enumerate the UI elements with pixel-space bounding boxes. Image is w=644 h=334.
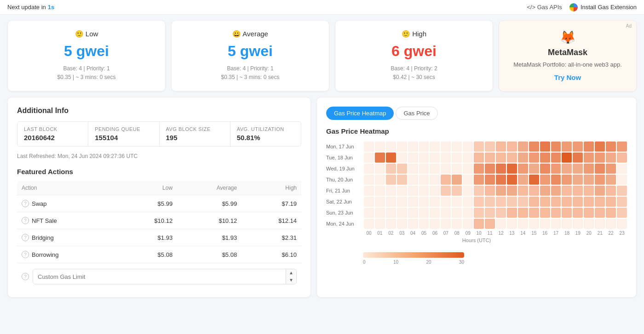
action-high: $12.14 [242, 212, 301, 229]
gas-card-avg-detail1: Base: 4 | Priority: 1 [179, 64, 322, 73]
heatmap-cell [408, 208, 418, 218]
heatmap-cell [584, 197, 594, 207]
heatmap-cell [562, 208, 572, 218]
heatmap-cell [551, 197, 561, 207]
stat-avg-utilization: AVG. UTILIZATION 50.81% [230, 122, 301, 146]
heatmap-cell [540, 164, 550, 174]
action-help-icon[interactable]: ? [22, 217, 29, 224]
heatmap-cell [485, 186, 495, 196]
custom-gas-input[interactable] [33, 270, 286, 284]
metamask-ad-card: Ad 🦊 MetaMask MetaMask Portfolio: all-in… [499, 20, 637, 91]
hours-title: Hours (UTC) [326, 238, 627, 243]
info-panel-title: Additional Info [17, 107, 301, 115]
stat-last-block-label: LAST BLOCK [24, 126, 81, 132]
action-name-cell: ? NFT Sale [17, 212, 117, 229]
heatmap-cell [518, 197, 528, 207]
hour-label: 07 [441, 231, 451, 236]
heatmap-cell [518, 153, 528, 163]
heatmap-cell [540, 219, 550, 229]
heatmap-cell [496, 219, 506, 229]
action-high: $7.19 [242, 195, 301, 212]
heatmap-cell [430, 197, 440, 207]
heatmap-title: Gas Price Heatmap [326, 127, 627, 135]
heatmap-cell [606, 186, 616, 196]
heatmap-cell [540, 142, 550, 152]
gas-apis-link[interactable]: </> Gas APIs [527, 4, 562, 11]
custom-gas-help-icon[interactable]: ? [22, 273, 29, 280]
heatmap-cell [408, 186, 418, 196]
gas-card-high-detail: Base: 4 | Priority: 2 $0.42 | ~ 30 secs [343, 64, 485, 82]
heatmap-cell [375, 142, 385, 152]
hour-label: 19 [573, 231, 583, 236]
action-help-icon[interactable]: ? [22, 251, 29, 258]
heatmap-cell [452, 197, 462, 207]
heatmap-cell [419, 186, 429, 196]
col-average: Average [177, 181, 242, 195]
action-help-icon[interactable]: ? [22, 234, 29, 241]
heatmap-cell [441, 164, 451, 174]
heatmap-cell [562, 219, 572, 229]
heatmap-cell [507, 164, 517, 174]
stat-pending-queue-value: 155104 [95, 134, 152, 142]
heatmap-cell [518, 208, 528, 218]
heatmap-cell [584, 153, 594, 163]
heatmap-cell [606, 142, 616, 152]
heatmap-cell [430, 175, 440, 185]
tab-gas-price-heatmap[interactable]: Gas Price Heatmap [326, 107, 394, 120]
last-refreshed: Last Refreshed: Mon, 24 Jun 2024 09:27:3… [17, 153, 301, 159]
heatmap-cell [518, 186, 528, 196]
heatmap-cell [397, 219, 407, 229]
heatmap-cell [375, 197, 385, 207]
hour-label: 08 [452, 231, 462, 236]
heatmap-cell [452, 208, 462, 218]
stat-last-block-value: 20160642 [24, 134, 81, 142]
gas-card-avg-detail: Base: 4 | Priority: 1 $0.35 | ~ 3 mins: … [179, 64, 322, 82]
install-ext-label: Install Gas Extension [581, 4, 637, 11]
legend-max: 30 [459, 260, 464, 265]
gas-card-high: 🙂 High 6 gwei Base: 4 | Priority: 2 $0.4… [335, 20, 493, 91]
heatmap-cell [595, 175, 605, 185]
heatmap-container: Mon, 17 JunTue, 18 JunWed, 19 JunThu, 20… [326, 142, 627, 243]
table-row: ? Swap $5.99 $5.99 $7.19 [17, 195, 301, 212]
gas-cards-row: 🙂 Low 5 gwei Base: 4 | Priority: 1 $0.35… [7, 20, 637, 91]
gas-card-low-detail: Base: 4 | Priority: 1 $0.35 | ~ 3 mins: … [15, 64, 158, 82]
action-avg: $10.12 [177, 212, 242, 229]
heatmap-cell [595, 197, 605, 207]
heatmap-cell [496, 153, 506, 163]
heatmap-cell [617, 153, 627, 163]
countdown-value: 1s [48, 4, 54, 11]
heatmap-cell [386, 197, 396, 207]
heatmap-cell [584, 219, 594, 229]
step-down-button[interactable]: ▼ [286, 277, 296, 284]
heatmap-cell [419, 142, 429, 152]
heatmap-row-label: Tue, 18 Jun [326, 153, 363, 163]
heatmap-cell [441, 186, 451, 196]
heatmap-cell [463, 175, 473, 185]
heatmap-row-label: Sat, 22 Jun [326, 197, 363, 207]
heatmap-cell [529, 153, 539, 163]
heatmap-cell [518, 219, 528, 229]
hour-label: 11 [485, 231, 495, 236]
gas-card-avg-value: 5 gwei [179, 43, 322, 60]
action-help-icon[interactable]: ? [22, 200, 29, 207]
heatmap-cell [496, 164, 506, 174]
heatmap-cell [408, 197, 418, 207]
heatmap-cell [617, 164, 627, 174]
heatmap-cell [364, 153, 374, 163]
top-bar: Next update in 1s </> Gas APIs Install G… [0, 0, 644, 15]
heatmap-cell [386, 142, 396, 152]
tab-gas-price[interactable]: Gas Price [396, 107, 437, 120]
heatmap-cell [573, 219, 583, 229]
hour-label: 23 [617, 231, 627, 236]
heatmap-cell [364, 164, 374, 174]
legend-mid2: 20 [426, 260, 431, 265]
heatmap-cell [375, 219, 385, 229]
action-low: $1.93 [117, 229, 177, 246]
install-extension-button[interactable]: Install Gas Extension [569, 3, 637, 11]
step-up-button[interactable]: ▲ [286, 269, 296, 277]
try-now-button[interactable]: Try Now [554, 74, 581, 81]
heatmap-cell [364, 175, 374, 185]
heatmap-cell [595, 208, 605, 218]
heatmap-cell [529, 197, 539, 207]
heatmap-cell [430, 164, 440, 174]
